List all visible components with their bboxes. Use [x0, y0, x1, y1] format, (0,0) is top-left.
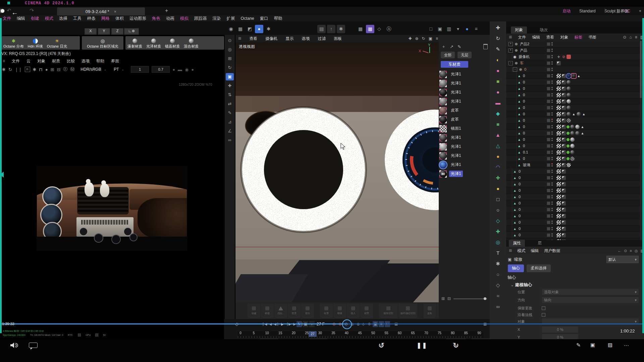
vp-menu-item[interactable]: 面板	[334, 36, 342, 42]
flag-tag[interactable]	[561, 176, 566, 180]
visibility-controls[interactable]	[547, 220, 553, 224]
uv-tag[interactable]	[556, 182, 561, 186]
octane-ball-icon[interactable]: ●	[463, 25, 471, 33]
pencil-icon[interactable]: ✎	[576, 342, 581, 348]
material-thumbnail[interactable]	[439, 134, 447, 141]
vp-menu-item[interactable]: 过滤	[318, 36, 326, 42]
object-row[interactable]: 0	[506, 219, 644, 226]
matd-tag[interactable]	[570, 150, 575, 155]
object-row[interactable]: 0	[506, 79, 644, 85]
visibility-dots[interactable]	[551, 169, 553, 173]
editor-toggle[interactable]	[547, 189, 550, 192]
home-icon[interactable]: ⌂	[629, 35, 632, 40]
menu-item[interactable]: 窗口	[260, 16, 268, 21]
expander-icon[interactable]: -	[508, 61, 513, 65]
flag-tag[interactable]	[561, 157, 566, 161]
object-name[interactable]: 0	[519, 214, 521, 218]
object-name[interactable]: 车	[520, 61, 524, 66]
modeling-button[interactable]: 框显	[320, 303, 333, 318]
visibility-controls[interactable]	[547, 118, 553, 122]
visibility-controls[interactable]	[547, 137, 553, 141]
vp-menu-item[interactable]: 显示	[285, 36, 293, 42]
menu-item[interactable]: 文件	[3, 16, 11, 21]
active-tool-icon[interactable]: ●	[255, 25, 263, 33]
object-name[interactable]: 0	[523, 99, 525, 103]
x-percent-field[interactable]: 0 %	[542, 326, 579, 333]
om-menu-item[interactable]: 文件	[518, 35, 526, 40]
editor-toggle[interactable]	[547, 150, 550, 154]
tweak-mode-icon[interactable]: ✱	[264, 25, 273, 33]
material-thumbnail[interactable]: 80	[439, 170, 447, 178]
film-region-icon[interactable]: ▬	[178, 67, 182, 72]
object-name[interactable]: 0	[519, 169, 521, 173]
model-mode-icon[interactable]: ▦	[236, 25, 245, 33]
object-row[interactable]: 0	[506, 232, 644, 238]
object-name[interactable]: 0	[519, 188, 521, 192]
material-thumbnail[interactable]	[439, 107, 447, 114]
visibility-dots[interactable]	[551, 74, 553, 78]
panel-tab[interactable]: 场次	[536, 26, 552, 34]
editor-toggle[interactable]	[547, 214, 550, 218]
live-selection-icon[interactable]: ◉	[227, 25, 235, 33]
material-row[interactable]: 光泽1	[439, 142, 489, 151]
undo-icon[interactable]: ↶	[7, 7, 11, 14]
lv-menu-item[interactable]: 比较	[67, 58, 75, 64]
matd-tag[interactable]	[567, 93, 571, 97]
camera-icon[interactable]: ◉	[185, 67, 189, 72]
visibility-dots[interactable]	[551, 42, 553, 46]
expander-icon[interactable]: -	[513, 67, 517, 72]
layout-item[interactable]: Sculpt	[604, 9, 615, 13]
new-tab-button[interactable]: +	[165, 8, 168, 14]
editor-toggle[interactable]	[547, 157, 550, 161]
new-ui-toggle[interactable]	[0, 9, 5, 13]
filter-icon[interactable]: ≡	[630, 249, 632, 253]
material-name[interactable]: 光泽1	[449, 80, 463, 86]
visibility-dots[interactable]	[551, 93, 553, 97]
material-thumbnail[interactable]	[439, 161, 447, 169]
visibility-controls[interactable]	[547, 195, 553, 199]
editor-toggle[interactable]	[547, 61, 550, 65]
modeling-button[interactable]: 创建	[248, 303, 260, 318]
layout-single-icon[interactable]: □	[427, 25, 435, 33]
visibility-dots[interactable]	[551, 48, 553, 52]
capsule-pink-icon[interactable]: ▬	[494, 99, 502, 106]
diamond-teal-icon[interactable]: ◆	[494, 110, 502, 117]
render-view-icon[interactable]: ▤	[317, 25, 326, 33]
back-icon[interactable]: ←	[618, 249, 621, 253]
object-name[interactable]: 0	[523, 86, 525, 90]
material-name[interactable]: 光泽1	[449, 134, 463, 141]
uv-tag[interactable]	[556, 93, 561, 97]
uv-tag[interactable]	[556, 233, 561, 237]
flag-tag[interactable]	[561, 112, 566, 116]
pause-render-icon[interactable]: ❘❘	[15, 67, 22, 72]
flag-tag[interactable]	[561, 182, 566, 186]
flag-tag[interactable]	[561, 220, 566, 225]
menu-item[interactable]: 创建	[31, 16, 39, 21]
film-tag[interactable]	[567, 55, 571, 59]
editor-toggle[interactable]	[547, 144, 550, 148]
lv-menu-item[interactable]: 选项	[82, 58, 90, 64]
material-row[interactable]: 光泽1	[439, 151, 489, 160]
render-ball-icon[interactable]: ●	[191, 67, 194, 72]
editor-toggle[interactable]	[547, 131, 550, 135]
editor-toggle[interactable]	[547, 119, 550, 122]
visibility-dots[interactable]	[551, 55, 553, 59]
flag-tag[interactable]	[561, 74, 566, 78]
object-row[interactable]: 0	[506, 213, 644, 219]
editor-toggle[interactable]	[547, 74, 550, 78]
flag-tag[interactable]	[561, 207, 566, 212]
workplane-icon[interactable]: ◇	[375, 25, 383, 33]
cross-green-icon[interactable]: ✚	[494, 228, 502, 235]
uv-tag[interactable]	[556, 207, 561, 212]
uv-tag[interactable]	[556, 220, 561, 225]
object-name[interactable]: 0	[523, 80, 525, 84]
material-thumbnail[interactable]	[439, 116, 447, 123]
gear-icon[interactable]: ✱	[494, 260, 502, 267]
position-dropdown[interactable]: 选取对象▾	[542, 289, 639, 295]
plus-green-icon[interactable]: ✚	[494, 174, 502, 181]
visibility-dots[interactable]	[551, 67, 553, 71]
flag-tag[interactable]	[561, 227, 566, 231]
green-tag[interactable]	[567, 151, 570, 154]
filter-nolayer-button[interactable]: 无层	[458, 52, 472, 58]
editor-toggle[interactable]	[547, 221, 550, 224]
